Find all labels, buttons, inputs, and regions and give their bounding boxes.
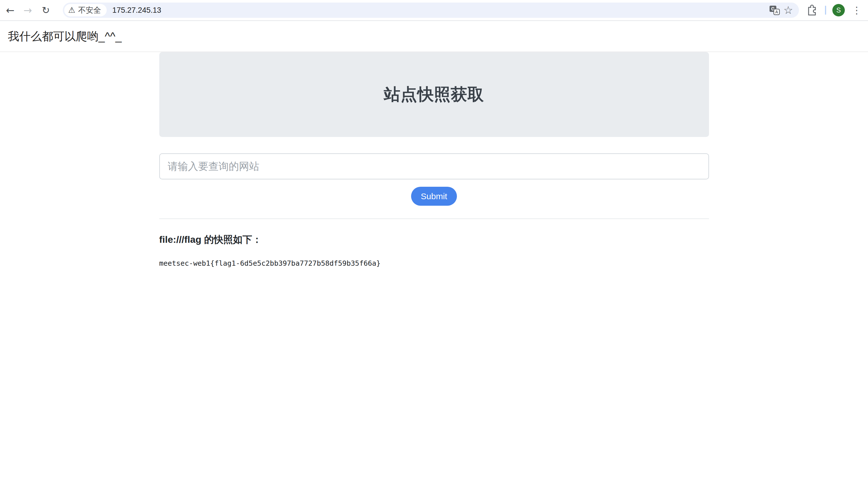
translate-icon-graphic: G A [769, 4, 780, 16]
website-input[interactable] [159, 153, 709, 179]
address-bar[interactable]: ⚠ 不安全 175.27.245.13 G A ☆ [63, 2, 799, 18]
toolbar-divider [825, 6, 826, 15]
browser-toolbar: ← → ↻ ⚠ 不安全 175.27.245.13 G A ☆ S ⋮ [0, 0, 868, 21]
translate-icon[interactable]: G A [768, 3, 781, 17]
reload-icon[interactable]: ↻ [39, 3, 53, 17]
puzzle-icon-graphic [806, 4, 818, 16]
url-text[interactable]: 175.27.245.13 [112, 6, 768, 15]
svg-text:A: A [775, 10, 778, 14]
extensions-icon[interactable] [805, 3, 819, 17]
site-header: 我什么都可以爬哟_^^_ [0, 21, 868, 52]
content-container: 站点快照获取 Submit file:///flag 的快照如下： meetse… [159, 52, 709, 267]
security-badge[interactable]: ⚠ 不安全 [64, 4, 107, 16]
hero-banner: 站点快照获取 [159, 52, 709, 137]
security-label: 不安全 [78, 5, 101, 15]
forward-icon[interactable]: → [21, 3, 35, 17]
profile-avatar[interactable]: S [832, 4, 845, 16]
flag-text: meetsec-web1{flag1-6d5e5c2bb397ba7727b58… [159, 259, 709, 267]
page-title: 我什么都可以爬哟_^^_ [8, 29, 122, 44]
star-glyph: ☆ [784, 5, 793, 16]
submit-row: Submit [159, 187, 709, 206]
warning-icon: ⚠ [68, 6, 75, 14]
bookmark-star-icon[interactable]: ☆ [781, 3, 795, 17]
back-icon[interactable]: ← [3, 3, 17, 17]
section-divider [159, 219, 709, 219]
submit-button[interactable]: Submit [411, 187, 457, 206]
menu-dots-icon[interactable]: ⋮ [851, 3, 863, 17]
hero-title: 站点快照获取 [384, 83, 484, 106]
result-heading: file:///flag 的快照如下： [159, 233, 709, 246]
